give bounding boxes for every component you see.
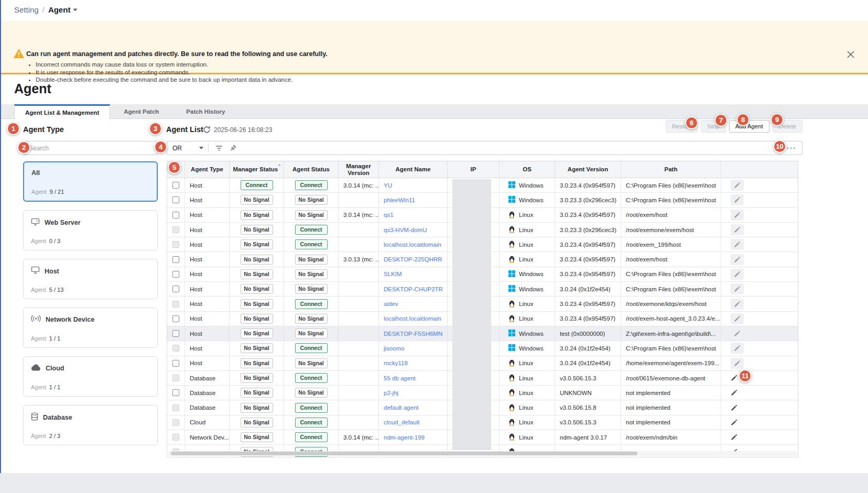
agent-name-link[interactable]: default agent (384, 404, 419, 411)
linux-icon (508, 359, 515, 368)
agent-type-card-network-device[interactable]: Network DeviceAgent1 / 1 (23, 308, 158, 348)
column-header-agent-version[interactable]: Agent Version (555, 161, 621, 178)
warning-title: Can run agent management and patches dir… (26, 50, 328, 58)
agent-name-link[interactable]: rocky118 (384, 360, 408, 366)
sort-indicator-icon (278, 163, 280, 171)
edit-agent-button[interactable] (731, 180, 744, 191)
filter-icon[interactable] (215, 145, 223, 151)
row-checkbox[interactable] (172, 360, 179, 367)
column-header-os[interactable]: OS (500, 161, 555, 178)
agent-name-link[interactable]: phleeWin11 (384, 197, 415, 203)
agent-type-card-host[interactable]: HostAgent5 / 13 (23, 259, 158, 299)
agent-version-cell: test (0x0000000) (560, 331, 605, 337)
tab-agent-list-management[interactable]: Agent List & Management (14, 104, 110, 119)
agent-name-link[interactable]: jisoomo (384, 345, 405, 352)
row-checkbox[interactable] (172, 182, 179, 189)
column-header-manager-version[interactable]: Manager Version (339, 161, 379, 178)
row-checkbox[interactable] (172, 286, 179, 292)
filter-operator-select[interactable]: OR (167, 145, 208, 152)
column-header-path[interactable]: Path (621, 161, 721, 178)
row-checkbox[interactable] (172, 212, 179, 218)
agent-name-link[interactable]: DESKTOP-225QHRR (384, 256, 442, 262)
agent-status-badge: Connect (295, 239, 328, 249)
agent-name-link[interactable]: 55 db agent (384, 375, 416, 381)
agent-version-cell: 3.0.23.3 (0x296cec3) (560, 227, 616, 233)
agent-name-link[interactable]: YU (384, 182, 392, 189)
agent-type-card-all[interactable]: AllAgent9 / 21 (23, 161, 158, 202)
warning-bullet: It is user response for the results of e… (36, 69, 292, 76)
agent-name-link[interactable]: ndm-agent-199 (384, 434, 425, 441)
manager-status-badge: No Signal (241, 403, 273, 413)
breadcrumb-setting[interactable]: Setting (14, 5, 39, 14)
close-icon[interactable] (846, 50, 855, 61)
breadcrumb-agent[interactable]: Agent (48, 5, 71, 14)
os-label: Linux (519, 256, 534, 262)
edit-agent-button[interactable] (731, 328, 744, 339)
edit-agent-button[interactable] (731, 313, 744, 324)
agent-name-link[interactable]: SLKIM (384, 271, 402, 277)
manager-status-badge: No Signal (241, 314, 273, 324)
os-label: Linux (519, 434, 534, 441)
edit-agent-button[interactable] (731, 434, 737, 441)
row-checkbox[interactable] (172, 389, 179, 396)
agent-name-link[interactable]: p2-jhj (384, 390, 398, 396)
edit-agent-button[interactable] (731, 283, 744, 294)
row-checkbox[interactable] (172, 330, 179, 337)
agent-list-heading: Agent List (166, 125, 203, 134)
chevron-down-icon[interactable] (73, 8, 78, 12)
agent-name-link[interactable]: aidev (384, 301, 398, 307)
edit-agent-button[interactable] (731, 419, 737, 426)
linux-icon (508, 211, 515, 220)
scrollbar-thumb[interactable] (171, 452, 637, 455)
column-header-agent-status[interactable]: Agent Status (284, 161, 339, 178)
column-header-agent-name[interactable]: Agent Name (379, 161, 448, 178)
edit-agent-button[interactable] (731, 358, 744, 369)
agent-status-badge: No Signal (295, 195, 328, 205)
row-checkbox[interactable] (172, 315, 179, 322)
column-header-manager-status[interactable]: Manager Status (230, 161, 284, 178)
row-checkbox[interactable] (172, 271, 179, 278)
manager-version-cell: 3.0.13 (mc: ... (343, 256, 379, 262)
agent-type-card-cloud[interactable]: CloudAgent1 / 1 (23, 356, 158, 397)
edit-agent-button[interactable] (731, 224, 744, 235)
row-checkbox[interactable] (172, 196, 179, 203)
agent-version-cell: v3.0.506.15.8 (560, 404, 596, 411)
edit-agent-button[interactable] (731, 239, 744, 250)
tab-agent-patch[interactable]: Agent Patch (110, 104, 172, 118)
agent-name-link[interactable]: localhost.localdomain (384, 315, 441, 322)
agent-type-card-web-server[interactable]: Web ServerAgent0 / 3 (23, 210, 158, 250)
edit-agent-button[interactable] (731, 254, 744, 265)
path-cell: C:\Program Files (x86)\exem\host (626, 345, 716, 352)
agent-name-link[interactable]: DESKTOP-F5SH6MN (384, 331, 442, 337)
column-header-ip[interactable]: IP (448, 161, 500, 178)
agent-type-card-database[interactable]: DatabaseAgent2 / 3 (23, 405, 158, 445)
edit-agent-button[interactable] (731, 375, 737, 381)
agent-name-link[interactable]: cloud_default (384, 419, 419, 425)
os-label: Linux (519, 375, 534, 381)
edit-agent-button[interactable] (731, 389, 737, 396)
column-header-agent-type[interactable]: Agent Type (185, 161, 230, 178)
agent-name-link[interactable]: localhost.localdomain (384, 242, 441, 248)
edit-agent-button[interactable] (731, 210, 744, 221)
manager-status-badge: No Signal (241, 255, 273, 265)
refresh-icon[interactable] (203, 126, 211, 134)
agent-version-cell: UNKNOWN (560, 390, 592, 396)
os-label: Windows (519, 331, 544, 337)
column-header-blank[interactable] (721, 161, 798, 178)
agent-name-link[interactable]: qs3-HVM-domU (384, 227, 427, 233)
os-label: Linux (519, 227, 534, 233)
agent-name-link[interactable]: DESKTOP-CHUP2TR (384, 286, 443, 292)
pin-icon[interactable] (230, 145, 236, 151)
row-checkbox[interactable] (172, 256, 179, 263)
annotation-4: 4 (154, 140, 167, 154)
edit-agent-button[interactable] (731, 343, 744, 354)
edit-agent-button[interactable] (731, 299, 744, 310)
path-cell: Z:\git\exem-infra-agent\go\build\... (626, 331, 716, 337)
edit-agent-button[interactable] (731, 269, 744, 280)
edit-agent-button[interactable] (731, 194, 744, 205)
edit-agent-button[interactable] (731, 404, 737, 411)
agent-type-search-input[interactable] (23, 141, 158, 155)
tab-patch-history[interactable]: Patch History (172, 104, 238, 118)
agent-name-link[interactable]: qs1 (384, 212, 394, 218)
more-options-icon[interactable] (787, 147, 795, 149)
